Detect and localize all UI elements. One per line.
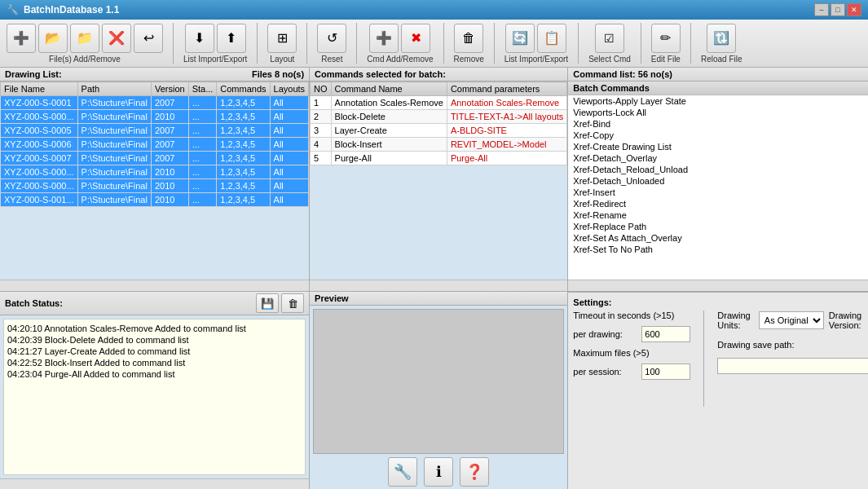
drawing-save-path-label: Drawing save path: bbox=[717, 340, 794, 350]
status-log: 04:20:10 Annotation Scales-Remove Added … bbox=[3, 319, 306, 475]
edit-file-label: Edit File bbox=[651, 55, 681, 64]
command-list-label: Command list: 56 no(s) bbox=[573, 69, 672, 79]
col-status: Sta... bbox=[188, 82, 217, 96]
wrench-icon-button[interactable]: 🔧 bbox=[388, 457, 417, 487]
remove-file-button[interactable]: ❌ bbox=[102, 24, 131, 53]
status-hscroll[interactable] bbox=[0, 478, 309, 489]
list-item[interactable]: Xref-Set As Attach_Overlay bbox=[568, 232, 868, 244]
cmd-add-button[interactable]: ➕ bbox=[369, 24, 399, 53]
list-item[interactable]: Xref-Detach_Reload_Unload bbox=[568, 164, 868, 175]
help-icon-button[interactable]: ❓ bbox=[460, 457, 489, 487]
table-row[interactable]: 5 Purge-All Purge-All bbox=[311, 152, 567, 165]
batch-commands-header: Batch Commands bbox=[573, 83, 650, 93]
reload-file-label: Reload File bbox=[701, 55, 742, 64]
minimize-btn[interactable]: – bbox=[814, 3, 829, 16]
table-row[interactable]: 1 Annotation Scales-Remove Annotation Sc… bbox=[311, 96, 567, 110]
undo-button[interactable]: ↩ bbox=[134, 24, 163, 53]
col-cmd-params: Command parameters bbox=[447, 82, 566, 96]
drawing-list-hscroll[interactable] bbox=[0, 280, 309, 291]
drawing-save-path-input[interactable] bbox=[717, 358, 868, 374]
list-item[interactable]: Xref-Create Drawing List bbox=[568, 141, 868, 152]
list-item[interactable]: Xref-Set To No Path bbox=[568, 244, 868, 255]
list-item[interactable]: Viewports-Apply Layer State bbox=[568, 95, 868, 107]
select-cmd-label: Select Cmd bbox=[588, 55, 631, 64]
col-commands: Commands bbox=[217, 82, 270, 96]
reset-button[interactable]: ↺ bbox=[317, 24, 346, 53]
select-cmd-button[interactable]: ☑ bbox=[595, 24, 624, 53]
remove-label: Remove bbox=[454, 55, 484, 64]
command-list-scroll[interactable]: Viewports-Apply Layer StateViewports-Loc… bbox=[568, 95, 868, 280]
files-group-label: File(s) Add/Remove bbox=[49, 55, 121, 64]
col-filename: File Name bbox=[1, 82, 78, 96]
table-row[interactable]: XYZ-000-S-001... P:\Stucture\Final 2010 … bbox=[1, 193, 309, 207]
col-path: Path bbox=[77, 82, 151, 96]
cmd-list-hscroll[interactable] bbox=[568, 280, 868, 291]
drawing-units-label: Drawing Units: bbox=[717, 311, 753, 330]
drawing-units-select[interactable]: As Original bbox=[759, 311, 824, 329]
table-row[interactable]: XYZ-000-S-000... P:\Stucture\Final 2010 … bbox=[1, 179, 309, 193]
cmd-remove-button[interactable]: ✖ bbox=[401, 24, 430, 53]
per-session-input[interactable] bbox=[641, 363, 690, 380]
info-icon-button[interactable]: ℹ bbox=[424, 457, 453, 487]
table-row[interactable]: 2 Block-Delete TITLE-TEXT-A1->All layout… bbox=[311, 110, 567, 124]
table-row[interactable]: XYZ-000-S-000... P:\Stucture\Final 2010 … bbox=[1, 165, 309, 179]
list-export-button[interactable]: ⬆ bbox=[217, 24, 246, 53]
per-drawing-input[interactable] bbox=[641, 326, 690, 342]
timeout-label: Timeout in seconds (>15) bbox=[573, 311, 674, 320]
drawing-list-table[interactable]: File Name Path Version Sta... Commands L… bbox=[0, 82, 309, 280]
open-files-button[interactable]: 📂 bbox=[38, 24, 68, 53]
list-item[interactable]: Xref-Detach_Overlay bbox=[568, 152, 868, 164]
commands-hscroll[interactable] bbox=[310, 280, 567, 291]
table-row[interactable]: 3 Layer-Create A-BLDG-SITE bbox=[311, 124, 567, 138]
table-row[interactable]: XYZ-000-S-0006 P:\Stucture\Final 2007 ..… bbox=[1, 138, 309, 152]
list-item[interactable]: Xref-Replace Path bbox=[568, 221, 868, 232]
edit-file-button[interactable]: ✏ bbox=[651, 24, 681, 53]
cmd-importexport-label: List Import/Export bbox=[504, 55, 568, 64]
list-item[interactable]: Xref-Detach_Unloaded bbox=[568, 175, 868, 187]
log-entry: 04:23:04 Purge-All Added to command list bbox=[7, 368, 302, 380]
list-importexport-label: List Import/Export bbox=[183, 55, 247, 64]
list-item[interactable]: Viewports-Lock All bbox=[568, 107, 868, 118]
log-entry: 04:22:52 Block-Insert Added to command l… bbox=[7, 357, 302, 368]
add-file-button[interactable]: ➕ bbox=[7, 24, 36, 53]
per-session-label: per session: bbox=[573, 367, 638, 377]
commands-selected-label: Commands selected for batch: bbox=[315, 69, 446, 79]
table-row[interactable]: XYZ-000-S-0001 P:\Stucture\Final 2007 ..… bbox=[1, 96, 309, 110]
cmd-delete-button[interactable]: 🗑 bbox=[454, 24, 483, 53]
maximize-btn[interactable]: □ bbox=[831, 3, 845, 16]
settings-label: Settings: bbox=[573, 297, 611, 307]
list-item[interactable]: Xref-Copy bbox=[568, 130, 868, 141]
col-layouts: Layouts bbox=[270, 82, 309, 96]
reload-file-button[interactable]: 🔃 bbox=[707, 24, 736, 53]
col-no: NO bbox=[311, 82, 332, 96]
commands-table[interactable]: NO Command Name Command parameters 1 Ann… bbox=[310, 82, 567, 280]
clear-log-button[interactable]: 🗑 bbox=[281, 293, 304, 313]
table-row[interactable]: XYZ-000-S-0007 P:\Stucture\Final 2007 ..… bbox=[1, 152, 309, 165]
cmd-addremove-label: Cmd Add/Remove bbox=[367, 55, 433, 64]
max-files-label: Maximum files (>5) bbox=[573, 348, 649, 358]
list-item[interactable]: Xref-Redirect bbox=[568, 198, 868, 209]
table-row[interactable]: XYZ-000-S-0005 P:\Stucture\Final 2007 ..… bbox=[1, 124, 309, 138]
list-item[interactable]: Xref-Bind bbox=[568, 118, 868, 130]
cmd-list-button[interactable]: 📋 bbox=[537, 24, 566, 53]
folder-button[interactable]: 📁 bbox=[70, 24, 99, 53]
save-log-button[interactable]: 💾 bbox=[256, 293, 279, 313]
list-item[interactable]: Xref-Rename bbox=[568, 209, 868, 221]
preview-label: Preview bbox=[315, 293, 349, 303]
drawing-list-label: Drawing List: bbox=[5, 69, 62, 79]
title-bar: 🔧 BatchInDatabase 1.1 – □ ✕ bbox=[0, 0, 868, 20]
layout-label: Layout bbox=[270, 55, 294, 64]
log-entry: 04:20:10 Annotation Scales-Remove Added … bbox=[7, 323, 302, 334]
table-row[interactable]: XYZ-000-S-000... P:\Stucture\Final 2010 … bbox=[1, 110, 309, 124]
reset-label: Reset bbox=[321, 55, 342, 64]
table-row[interactable]: 4 Block-Insert REVIT_MODEL->Model bbox=[311, 138, 567, 152]
list-import-button[interactable]: ⬇ bbox=[185, 24, 214, 53]
cmd-reimport-button[interactable]: 🔄 bbox=[505, 24, 535, 53]
log-entry: 04:20:39 Block-Delete Added to command l… bbox=[7, 334, 302, 346]
layout-button[interactable]: ⊞ bbox=[267, 24, 297, 53]
settings-section: Settings: Timeout in seconds (>15) per d… bbox=[568, 292, 868, 489]
per-drawing-label: per drawing: bbox=[573, 329, 638, 339]
list-item[interactable]: Xref-Insert bbox=[568, 187, 868, 198]
app-icon: 🔧 bbox=[7, 4, 19, 15]
close-btn[interactable]: ✕ bbox=[847, 3, 861, 16]
